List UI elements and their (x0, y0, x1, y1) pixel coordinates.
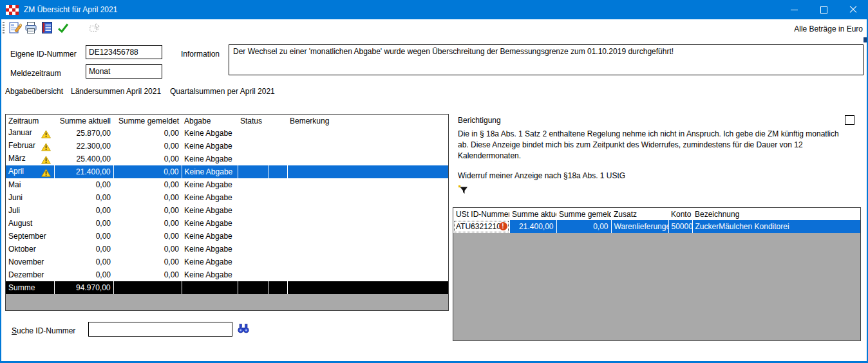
cell-empty (269, 204, 287, 217)
col-header-summe-aktuell: Summe aktuell (54, 115, 113, 127)
month-row[interactable]: Mai0,000,00Keine Abgabe (6, 178, 448, 191)
cell-empty (269, 268, 287, 281)
window-border-left (0, 19, 1, 363)
vat-row[interactable]: ATU6321210621.400,000,00Warenlieferungen… (453, 220, 860, 233)
minimize-button[interactable] (779, 0, 809, 19)
tab-abgabeuebersicht[interactable]: Abgabeübersicht (5, 87, 63, 96)
month-row[interactable]: Oktober0,000,00Keine Abgabe (6, 243, 448, 256)
cell-summe-label: Summe (6, 281, 54, 294)
cell-summe-gemeldet: 0,00 (113, 230, 182, 243)
summary-row: Summe94.970,00 (6, 281, 448, 294)
window-title: ZM Übersicht für April 2021 (24, 5, 117, 14)
cell-summe-aktuell: 22.300,00 (54, 140, 113, 153)
close-icon (849, 6, 857, 14)
vat-table-body: ATU6321210621.400,000,00Warenlieferungen… (453, 220, 860, 233)
months-table-body: Januar25.870,000,00Keine AbgabeFebruar22… (6, 127, 448, 294)
cell-summe-gemeldet: 0,00 (113, 243, 182, 256)
tab-laendersummen[interactable]: Ländersummen April 2021 (71, 87, 161, 96)
toolbar-grip-handle[interactable] (3, 22, 5, 35)
cell-summe-gemeldet: 0,00 (113, 178, 182, 191)
cell-status (238, 165, 269, 178)
cell-empty (269, 178, 287, 191)
maximize-button[interactable] (809, 0, 838, 19)
cell-zeitraum: September (6, 230, 54, 243)
cell-abgabe: Keine Abgabe (182, 243, 238, 256)
col-header-zusatz: Zusatz (611, 208, 668, 220)
cell-summe-aktuell: 0,00 (54, 243, 113, 256)
cell-abgabe: Keine Abgabe (182, 153, 238, 165)
own-id-input[interactable] (86, 45, 162, 59)
cell-zeitraum: November (6, 256, 54, 268)
cell-summe-aktuell: 0,00 (54, 217, 113, 230)
cell-abgabe: Keine Abgabe (182, 217, 238, 230)
cell-status (238, 153, 269, 165)
month-row[interactable]: Januar25.870,000,00Keine Abgabe (6, 127, 448, 140)
tab-quartalsummen[interactable]: Quartalsummen per April 2021 (170, 87, 275, 96)
cell-abgabe: Keine Abgabe (182, 165, 238, 178)
cell-summe-aktuell: 0,00 (54, 256, 113, 268)
cell-summe-gemeldet: 0,00 (113, 256, 182, 268)
month-row[interactable]: Dezember0,000,00Keine Abgabe (6, 268, 448, 281)
col-header-empty (269, 115, 287, 127)
month-row[interactable]: Februar22.300,000,00Keine Abgabe (6, 140, 448, 153)
cell-zusatz: Warenlieferungen (611, 220, 668, 233)
own-id-label: Eigene ID-Nummer (10, 50, 77, 59)
cell-summe-gemeldet: 0,00 (113, 191, 182, 204)
cell-summe-gemeldet: 0,00 (113, 268, 182, 281)
month-row[interactable]: August0,000,00Keine Abgabe (6, 217, 448, 230)
cell-konto: 50000 (668, 220, 692, 233)
confirm-check-icon[interactable] (57, 21, 70, 34)
month-row[interactable]: September0,000,00Keine Abgabe (6, 230, 448, 243)
month-row[interactable]: Juni0,000,00Keine Abgabe (6, 191, 448, 204)
cell-summe-aktuell: 0,00 (54, 191, 113, 204)
correction-paragraph: Die in § 18a Abs. 1 Satz 2 enthaltene Re… (458, 129, 848, 162)
reporting-period-input[interactable] (86, 64, 162, 79)
cell-empty (269, 230, 287, 243)
title-bar: ZM Übersicht für April 2021 (0, 0, 868, 19)
search-id-input[interactable] (88, 322, 232, 337)
col-header-bezeichnung: Bezeichnung (692, 208, 860, 220)
month-row[interactable]: November0,000,00Keine Abgabe (6, 256, 448, 268)
months-table: Zeitraum Summe aktuell Summe gemeldet Ab… (6, 115, 448, 294)
edit-form-icon[interactable] (9, 21, 22, 34)
month-row[interactable]: März25.400,000,00Keine Abgabe (6, 153, 448, 165)
cell-empty (269, 140, 287, 153)
warning-icon (41, 156, 51, 164)
cell-bemerkung (287, 204, 448, 217)
cell-bemerkung (287, 153, 448, 165)
cell-vat-summe-gemeldet: 0,00 (556, 220, 611, 233)
cell-zeitraum: Juni (6, 191, 54, 204)
print-icon[interactable] (24, 21, 37, 34)
cell-vat-summe-aktuell: 21.400,00 (509, 220, 556, 233)
close-button[interactable] (838, 0, 868, 19)
cell-empty (113, 281, 182, 294)
cell-bemerkung (287, 127, 448, 140)
filter-funnel-icon[interactable] (458, 185, 468, 195)
month-row[interactable]: Juli0,000,00Keine Abgabe (6, 204, 448, 217)
cell-empty (269, 153, 287, 165)
cell-abgabe: Keine Abgabe (182, 140, 238, 153)
correction-checkbox[interactable] (845, 115, 854, 125)
binoculars-search-icon[interactable] (238, 324, 249, 333)
warning-icon (41, 169, 51, 177)
cell-summe-total: 94.970,00 (54, 281, 113, 294)
month-row[interactable]: April21.400,000,00Keine Abgabe (6, 165, 448, 178)
journal-icon[interactable] (41, 21, 53, 34)
cell-empty (269, 217, 287, 230)
cell-bemerkung (287, 178, 448, 191)
cell-status (238, 243, 269, 256)
vat-table-header-row: USt ID-Nummer Summe aktuell Summe gemeld… (453, 208, 860, 220)
cell-empty (269, 256, 287, 268)
information-textbox[interactable]: Der Wechsel zu einer 'monatlichen Abgabe… (229, 44, 863, 75)
months-table-header-row: Zeitraum Summe aktuell Summe gemeldet Ab… (6, 115, 448, 127)
col-header-abgabe: Abgabe (182, 115, 238, 127)
cell-status (238, 127, 269, 140)
cell-empty (269, 281, 287, 294)
cell-summe-gemeldet: 0,00 (113, 217, 182, 230)
cell-zeitraum: Januar (6, 127, 54, 140)
col-header-bemerkung: Bemerkung (287, 115, 448, 127)
cell-status (238, 217, 269, 230)
cell-zeitraum: Oktober (6, 243, 54, 256)
vat-table-frame: USt ID-Nummer Summe aktuell Summe gemeld… (453, 207, 861, 341)
cell-summe-aktuell: 0,00 (54, 178, 113, 191)
